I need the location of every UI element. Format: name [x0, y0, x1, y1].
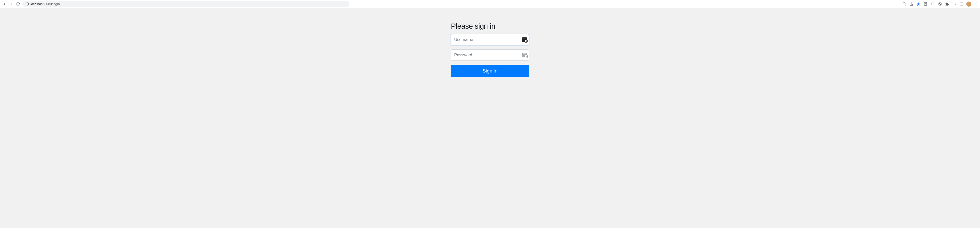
- zoom-icon[interactable]: [902, 2, 907, 6]
- side-panel-icon[interactable]: [959, 2, 964, 6]
- profile-avatar[interactable]: [966, 2, 971, 6]
- password-manager-icon[interactable]: [522, 53, 527, 58]
- username-input[interactable]: [451, 34, 529, 45]
- extension-notion-icon[interactable]: [923, 2, 928, 6]
- url-host: localhost: [30, 2, 43, 6]
- login-form: Please sign in Sign in: [451, 22, 529, 100]
- back-button[interactable]: [2, 2, 7, 6]
- page-content: Please sign in Sign in: [0, 8, 980, 100]
- password-wrapper: [451, 50, 529, 61]
- svg-marker-6: [916, 2, 920, 6]
- extensions-puzzle-icon[interactable]: [945, 2, 949, 6]
- reload-button[interactable]: [15, 2, 21, 6]
- share-icon[interactable]: [909, 2, 913, 6]
- svg-rect-18: [960, 3, 963, 5]
- svg-line-4: [905, 5, 906, 5]
- toolbar-right: [902, 2, 978, 6]
- address-bar[interactable]: localhost:8080/login: [22, 1, 350, 7]
- svg-rect-8: [932, 3, 934, 5]
- svg-line-14: [939, 3, 941, 5]
- chrome-menu-icon[interactable]: [974, 2, 978, 6]
- site-info-icon[interactable]: [25, 2, 29, 6]
- url-port: :8080: [43, 2, 52, 6]
- login-heading: Please sign in: [451, 22, 529, 31]
- nav-buttons: [2, 2, 21, 6]
- username-wrapper: [451, 34, 529, 45]
- url-path: /login: [52, 2, 60, 6]
- password-manager-icon[interactable]: [522, 37, 527, 42]
- url-text: localhost:8080/login: [30, 2, 60, 6]
- password-input[interactable]: [451, 50, 529, 61]
- svg-point-3: [903, 3, 905, 5]
- extension-frame-icon[interactable]: [931, 2, 935, 6]
- forward-button[interactable]: [9, 2, 14, 6]
- browser-toolbar: localhost:8080/login: [0, 0, 980, 8]
- extension-blocker-icon[interactable]: [938, 2, 942, 6]
- bookmark-star-icon[interactable]: [916, 2, 921, 6]
- signin-button[interactable]: Sign in: [451, 65, 529, 77]
- reading-list-icon[interactable]: [952, 2, 956, 6]
